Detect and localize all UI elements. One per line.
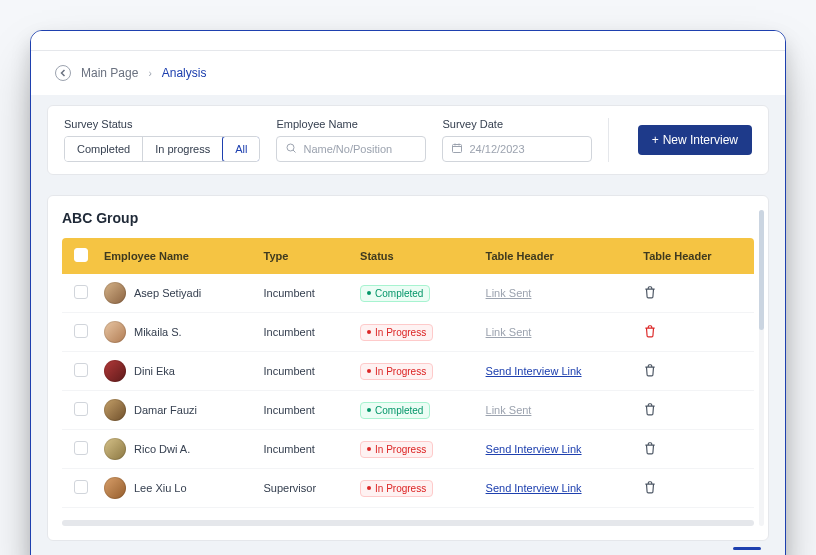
- status-badge: Completed: [360, 402, 430, 419]
- employee-type: Incumbent: [263, 326, 314, 338]
- avatar: [104, 399, 126, 421]
- interview-link: Link Sent: [486, 404, 532, 416]
- avatar: [104, 321, 126, 343]
- table-row: Dini EkaIncumbentIn ProgressSend Intervi…: [62, 352, 754, 391]
- employee-type: Incumbent: [263, 287, 314, 299]
- trash-icon[interactable]: [643, 441, 657, 455]
- survey-date-input-wrap[interactable]: [442, 136, 592, 162]
- row-checkbox[interactable]: [74, 363, 88, 377]
- table-row: Mikaila S.IncumbentIn ProgressLink Sent: [62, 313, 754, 352]
- filters-panel: Survey Status Completed In progress All …: [47, 105, 769, 175]
- interview-link[interactable]: Send Interview Link: [486, 482, 582, 494]
- calendar-icon: [451, 142, 463, 156]
- table-row: Rico Dwi A.IncumbentIn ProgressSend Inte…: [62, 430, 754, 469]
- interview-link: Link Sent: [486, 287, 532, 299]
- trash-icon[interactable]: [643, 285, 657, 299]
- interview-link[interactable]: Send Interview Link: [486, 443, 582, 455]
- row-checkbox[interactable]: [74, 441, 88, 455]
- employee-type: Supervisor: [263, 482, 316, 494]
- svg-point-0: [287, 144, 294, 151]
- survey-date-label: Survey Date: [442, 118, 592, 130]
- group-title: ABC Group: [62, 210, 754, 226]
- new-interview-label: New Interview: [663, 133, 738, 147]
- status-badge: Completed: [360, 285, 430, 302]
- trash-icon[interactable]: [643, 363, 657, 377]
- table-row: Asep SetiyadiIncumbentCompletedLink Sent: [62, 274, 754, 313]
- employee-name-input[interactable]: [303, 143, 417, 155]
- col-status: Status: [352, 238, 478, 274]
- survey-status-filter: Survey Status Completed In progress All: [64, 118, 260, 162]
- status-badge: In Progress: [360, 480, 433, 497]
- col-link: Table Header: [478, 238, 636, 274]
- back-icon[interactable]: [55, 65, 71, 81]
- table-row: Lee Xiu LoSupervisorIn ProgressSend Inte…: [62, 469, 754, 508]
- survey-status-label: Survey Status: [64, 118, 260, 130]
- group-card: ABC Group Employee Name Type Status Tabl…: [47, 195, 769, 541]
- status-badge: In Progress: [360, 441, 433, 458]
- breadcrumb-current: Analysis: [162, 66, 207, 80]
- avatar: [104, 477, 126, 499]
- row-checkbox[interactable]: [74, 402, 88, 416]
- svg-rect-1: [453, 145, 462, 153]
- avatar: [104, 438, 126, 460]
- employee-name: Lee Xiu Lo: [134, 482, 187, 494]
- employee-type: Incumbent: [263, 443, 314, 455]
- col-actions: Table Header: [635, 238, 754, 274]
- window-topbar: [31, 31, 785, 51]
- resize-accent: [733, 547, 761, 550]
- status-badge: In Progress: [360, 324, 433, 341]
- status-badge: In Progress: [360, 363, 433, 380]
- plus-icon: +: [652, 133, 659, 147]
- new-interview-button[interactable]: + New Interview: [638, 125, 752, 155]
- select-all-checkbox[interactable]: [74, 248, 88, 262]
- trash-icon[interactable]: [643, 480, 657, 494]
- breadcrumb-parent[interactable]: Main Page: [81, 66, 138, 80]
- interview-link[interactable]: Send Interview Link: [486, 365, 582, 377]
- employee-name-filter: Employee Name: [276, 118, 426, 162]
- employee-table: Employee Name Type Status Table Header T…: [62, 238, 754, 508]
- row-checkbox[interactable]: [74, 285, 88, 299]
- survey-date-filter: Survey Date: [442, 118, 592, 162]
- search-icon: [285, 142, 297, 156]
- status-all-button[interactable]: All: [222, 136, 260, 162]
- avatar: [104, 282, 126, 304]
- scrollbar-thumb[interactable]: [759, 210, 764, 330]
- employee-name: Asep Setiyadi: [134, 287, 201, 299]
- employee-name: Rico Dwi A.: [134, 443, 190, 455]
- survey-date-input[interactable]: [469, 143, 583, 155]
- status-inprogress-button[interactable]: In progress: [143, 137, 223, 161]
- employee-name: Damar Fauzi: [134, 404, 197, 416]
- interview-link: Link Sent: [486, 326, 532, 338]
- col-employee: Employee Name: [96, 238, 255, 274]
- horizontal-scrollbar[interactable]: [62, 520, 754, 526]
- app-window: Main Page › Analysis Survey Status Compl…: [30, 30, 786, 555]
- employee-name-label: Employee Name: [276, 118, 426, 130]
- avatar: [104, 360, 126, 382]
- table-header-row: Employee Name Type Status Table Header T…: [62, 238, 754, 274]
- employee-name: Mikaila S.: [134, 326, 182, 338]
- trash-icon[interactable]: [643, 402, 657, 416]
- employee-name: Dini Eka: [134, 365, 175, 377]
- employee-type: Incumbent: [263, 365, 314, 377]
- filter-divider: [608, 118, 609, 162]
- breadcrumb: Main Page › Analysis: [31, 51, 785, 95]
- row-checkbox[interactable]: [74, 480, 88, 494]
- employee-type: Incumbent: [263, 404, 314, 416]
- table-row: Damar FauziIncumbentCompletedLink Sent: [62, 391, 754, 430]
- col-type: Type: [255, 238, 352, 274]
- row-checkbox[interactable]: [74, 324, 88, 338]
- chevron-right-icon: ›: [148, 68, 151, 79]
- status-completed-button[interactable]: Completed: [65, 137, 143, 161]
- employee-name-input-wrap[interactable]: [276, 136, 426, 162]
- status-segmented: Completed In progress All: [64, 136, 260, 162]
- trash-icon[interactable]: [643, 324, 657, 338]
